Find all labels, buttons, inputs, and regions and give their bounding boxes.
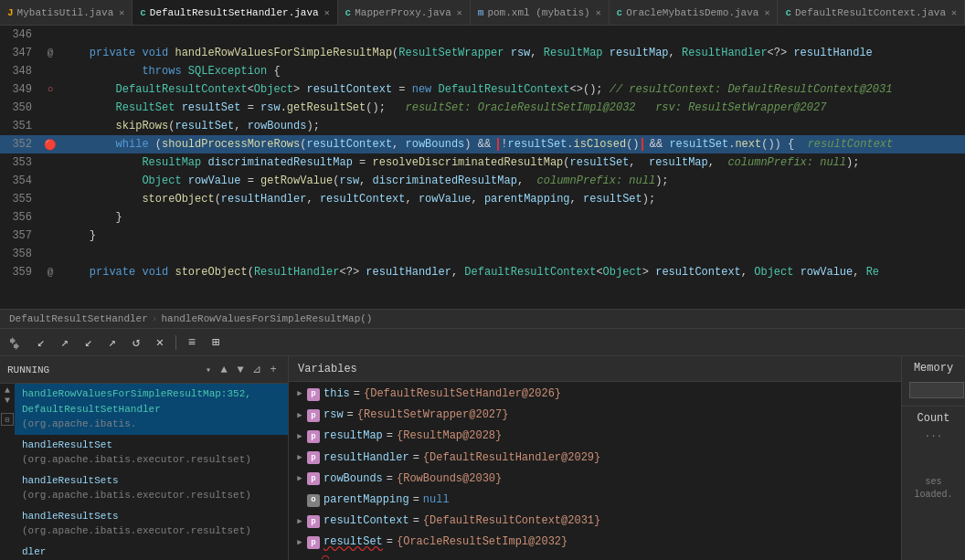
line-number: 354 [0, 174, 41, 187]
tab-label: DefaultResultContext.java [795, 7, 946, 18]
var-eq: = [387, 534, 393, 551]
var-value: {DefaultResultSetHandler@2026} [364, 386, 561, 403]
line-number: 355 [0, 193, 41, 206]
var-name: resultMap [323, 428, 383, 445]
tab-label: DefaultResultSetHandler.java [150, 7, 319, 18]
var-item-this[interactable]: ▶ p this = {DefaultResultSetHandler@2026… [289, 384, 901, 405]
var-type-icon: p [307, 515, 320, 528]
tab-label: MybatisUtil.java [17, 7, 114, 18]
tab-label: OracleMybatisDemo.java [626, 7, 758, 18]
tab-pomxml[interactable]: m pom.xml (mybatis) ✕ [471, 0, 610, 25]
dropdown-arrow-icon[interactable]: ▾ [206, 365, 211, 375]
code-line: 358 [0, 245, 965, 263]
line-number: 347 [0, 47, 41, 59]
stack-item[interactable]: handleResultSets (org.apache.ibatis.exec… [15, 470, 288, 506]
line-number: 348 [0, 65, 41, 78]
stack-nav-icon[interactable]: ⊟ [1, 413, 14, 426]
tab-close-icon[interactable]: ✕ [119, 7, 124, 18]
line-content: } [59, 229, 965, 242]
nav-down-icon[interactable]: ▼ [1, 396, 14, 406]
var-value: {ResultMap@2028} [397, 428, 502, 445]
view-breakpoints-btn[interactable]: ≡ [182, 333, 202, 353]
tab-mybatisutil[interactable]: J MybatisUtil.java ✕ [0, 0, 133, 25]
code-line: 348 throws SQLException { [0, 62, 965, 80]
var-name: resultHandler [323, 449, 409, 467]
mute-breakpoints-btn[interactable]: ⊞ [206, 333, 226, 353]
line-number: 353 [0, 156, 41, 169]
line-content: while (shouldProcessMoreRows(resultConte… [59, 138, 965, 151]
xml-icon: m [478, 7, 484, 18]
line-content: DefaultResultContext<Object> resultConte… [59, 83, 965, 96]
tab-label: pom.xml (mybatis) [487, 7, 589, 18]
code-line: 355 storeObject(resultHandler, resultCon… [0, 190, 965, 208]
right-panel: Memory Count ... ses loaded. [901, 356, 965, 560]
code-area: 346 347 @ private void handleRowValuesFo… [0, 26, 965, 560]
var-item-resultcontext[interactable]: ▶ p resultContext = {DefaultResultContex… [289, 511, 901, 532]
expand-icon[interactable]: ▶ [292, 536, 307, 549]
var-item-parentmapping[interactable]: ▶ o parentMapping = null [289, 490, 901, 511]
var-item-rowbounds[interactable]: ▶ p rowBounds = {RowBounds@2030} [289, 469, 901, 490]
expand-icon[interactable]: ▶ [292, 430, 307, 443]
breadcrumb-method: handleRowValuesForSimpleResultMap() [161, 313, 372, 324]
line-gutter-annotation: @ [41, 48, 59, 58]
count-section: Count ... ses loaded. [902, 407, 965, 507]
call-stack-panel: RUNNING ▾ ▲ ▼ ⊿ + ▲ ▼ ⊟ [0, 356, 289, 560]
memory-search [906, 378, 961, 402]
code-line: 354 Object rowValue = getRowValue(rsw, d… [0, 172, 965, 190]
resume-btn[interactable]: ↺ [126, 333, 146, 353]
stack-item[interactable]: handleResultSet (org.apache.ibatis.execu… [15, 435, 288, 470]
run-to-cursor-btn[interactable]: ↙ [79, 333, 99, 353]
var-eq: = [354, 386, 360, 403]
line-content: } [59, 211, 965, 224]
running-nav-arrows: ▲ ▼ ⊿ + [217, 363, 281, 377]
stack-item[interactable]: handleResultSets (org.apache.ibatis.exec… [15, 506, 288, 542]
line-content: Object rowValue = getRowValue(rsw, discr… [59, 174, 965, 187]
tab-oraclemybatisdemo[interactable]: c OracleMybatisDemo.java ✕ [610, 0, 779, 25]
expand-icon[interactable]: ▶ [292, 387, 307, 400]
line-gutter-annotation: @ [41, 267, 59, 278]
expand-icon[interactable]: ▶ [292, 451, 307, 464]
code-line: 349 ○ DefaultResultContext<Object> resul… [0, 80, 965, 99]
tab-close-icon[interactable]: ✕ [951, 7, 957, 18]
step-out-btn[interactable]: ↗ [55, 333, 75, 353]
line-number: 356 [0, 211, 41, 224]
var-item-resultmap[interactable]: ▶ p resultMap = {ResultMap@2028} [289, 426, 901, 447]
var-eq: = [413, 512, 419, 530]
count-label: Count [917, 412, 949, 425]
code-line: 353 ResultMap discriminatedResultMap = r… [0, 153, 965, 172]
stack-item[interactable]: dler (org.apache.ibatis.executor.stateme… [15, 542, 288, 561]
nav-up-icon[interactable]: ▲ [1, 386, 14, 396]
tab-close-icon[interactable]: ✕ [764, 7, 769, 18]
expand-icon[interactable]: ▶ [292, 409, 307, 422]
tab-close-icon[interactable]: ✕ [457, 7, 462, 18]
stack-item-active[interactable]: handleRowValuesForSimpleResultMap:352, D… [15, 384, 288, 435]
tab-defaultresultcontext[interactable]: c DefaultResultContext.java ✕ [778, 0, 965, 25]
var-item-rsw[interactable]: ▶ p rsw = {ResultSetWrapper@2027} [289, 405, 901, 426]
stack-down-btn[interactable]: ▼ [233, 363, 248, 377]
var-name: resultContext [323, 512, 409, 530]
var-item-resulthandler[interactable]: ▶ p resultHandler = {DefaultResultHandle… [289, 448, 901, 469]
line-number: 349 [0, 83, 41, 96]
expand-icon[interactable]: ▶ [292, 515, 307, 528]
expand-icon: ▶ [292, 493, 307, 506]
stack-up-btn[interactable]: ▲ [217, 363, 231, 377]
tab-defaultresultsethandler[interactable]: c DefaultResultSetHandler.java ✕ [133, 0, 337, 25]
var-name: this [323, 386, 350, 403]
stack-item-text: dler (org.apache.ibatis.executor.stateme… [22, 546, 251, 561]
bottom-section: RUNNING ▾ ▲ ▼ ⊿ + ▲ ▼ ⊟ [0, 356, 965, 560]
line-number: 346 [0, 28, 41, 41]
stack-item-text: handleResultSets (org.apache.ibatis.exec… [22, 511, 251, 537]
stop-btn[interactable]: ✕ [150, 333, 170, 353]
tab-close-icon[interactable]: ✕ [324, 7, 330, 18]
class-icon: c [785, 7, 791, 18]
memory-search-input[interactable] [909, 382, 964, 398]
step-into-btn[interactable]: ↙ [31, 333, 51, 353]
stack-filter-btn[interactable]: ⊿ [249, 363, 264, 377]
var-type-icon: o [307, 494, 320, 507]
tab-mapperproxy[interactable]: c MapperProxy.java ✕ [338, 0, 471, 25]
expand-icon[interactable]: ▶ [292, 472, 307, 485]
evaluate-btn[interactable]: ↗ [102, 333, 122, 353]
stack-add-btn[interactable]: + [266, 363, 281, 377]
step-over-btn[interactable] [7, 333, 27, 353]
tab-close-icon[interactable]: ✕ [596, 7, 601, 18]
